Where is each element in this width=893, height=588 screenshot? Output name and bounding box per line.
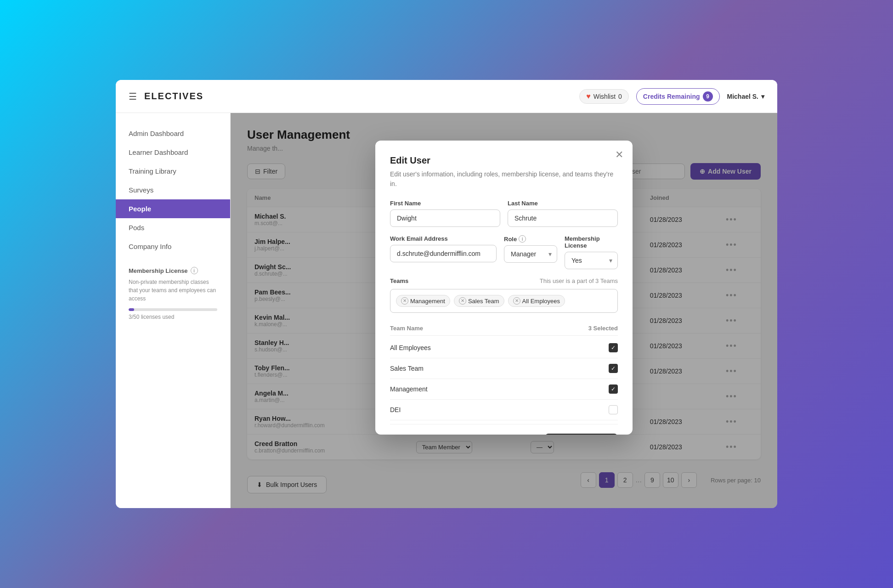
membership-field-container: Membership License Yes No	[565, 235, 618, 269]
last-name-field: Last Name	[508, 200, 618, 227]
team-list-item-sales-team: Sales Team ✓	[390, 358, 618, 379]
heart-icon: ♥	[586, 92, 591, 101]
edit-user-modal: ✕ Edit User Edit user's information, inc…	[375, 141, 633, 435]
credits-count: 9	[703, 91, 713, 102]
team-list-item-dei: DEI	[390, 400, 618, 420]
sidebar-item-company-info[interactable]: Company Info	[116, 237, 230, 256]
user-menu[interactable]: Michael S. ▾	[727, 93, 764, 100]
wishlist-button[interactable]: ♥ Wishlist 0	[579, 89, 629, 104]
sidebar-item-training-library[interactable]: Training Library	[116, 162, 230, 181]
email-input[interactable]	[390, 245, 497, 262]
wishlist-count: 0	[618, 93, 622, 100]
teams-chips-container: ✕ Management ✕ Sales Team ✕ All Employee…	[390, 289, 618, 313]
top-nav: ☰ ELECTIVES ♥ Wishlist 0 Credits Remaini…	[116, 80, 777, 113]
membership-section: Membership License i Non-private members…	[116, 267, 230, 320]
role-field-container: Role i Manager Team Member Admin	[504, 235, 557, 269]
membership-bar-fill	[129, 308, 134, 311]
email-label: Work Email Address	[390, 235, 497, 242]
first-name-label: First Name	[390, 200, 500, 207]
sidebar-item-learner-dashboard[interactable]: Learner Dashboard	[116, 143, 230, 162]
sidebar-item-pods[interactable]: Pods	[116, 218, 230, 237]
role-info-icon[interactable]: i	[519, 235, 526, 243]
user-name: Michael S.	[727, 93, 758, 100]
last-name-label: Last Name	[508, 200, 618, 207]
membership-usage-text: 3/50 licenses used	[129, 314, 217, 320]
role-select-wrapper: Manager Team Member Admin	[504, 245, 557, 263]
save-changes-button[interactable]: Save Changes	[545, 434, 618, 435]
membership-select-wrapper: Yes No	[565, 252, 618, 269]
email-field-container: Work Email Address	[390, 235, 497, 269]
modal-footer: Delete User Save Changes	[390, 424, 618, 435]
sidebar: Admin Dashboard Learner Dashboard Traini…	[116, 113, 231, 508]
membership-description: Non-private membership classes that your…	[129, 278, 217, 303]
checkbox-dei[interactable]	[609, 405, 618, 414]
modal-title: Edit User	[390, 155, 618, 166]
first-name-field: First Name	[390, 200, 500, 227]
app-shell: ☰ ELECTIVES ♥ Wishlist 0 Credits Remaini…	[116, 80, 777, 508]
selected-count: 3 Selected	[588, 325, 618, 332]
membership-select[interactable]: Yes No	[565, 252, 618, 269]
main-content: Admin Dashboard Learner Dashboard Traini…	[116, 113, 777, 508]
role-label: Role i	[504, 235, 557, 243]
nav-right: ♥ Wishlist 0 Credits Remaining 9 Michael…	[579, 88, 764, 105]
checkbox-all-employees[interactable]: ✓	[609, 343, 618, 352]
modal-subtitle: Edit user's information, including roles…	[390, 170, 618, 189]
remove-management-chip[interactable]: ✕	[401, 297, 408, 305]
credits-button[interactable]: Credits Remaining 9	[636, 88, 720, 105]
role-select[interactable]: Manager Team Member Admin	[504, 245, 557, 263]
name-row: First Name Last Name	[390, 200, 618, 227]
checkbox-management[interactable]: ✓	[609, 384, 618, 394]
chevron-down-icon: ▾	[761, 93, 764, 100]
modal-overlay[interactable]: ✕ Edit User Edit user's information, inc…	[231, 113, 777, 508]
team-chip-management: ✕ Management	[396, 295, 450, 307]
team-chip-sales-team: ✕ Sales Team	[454, 295, 504, 307]
remove-sales-team-chip[interactable]: ✕	[459, 297, 466, 305]
teams-label: Teams	[390, 277, 408, 284]
first-name-input[interactable]	[390, 209, 500, 227]
teams-count: This user is a part of 3 Teams	[540, 277, 618, 284]
team-chip-all-employees: ✕ All Employees	[508, 295, 565, 307]
membership-license-field-label: Membership License	[565, 235, 618, 249]
modal-close-button[interactable]: ✕	[615, 150, 623, 160]
wishlist-label: Wishlist	[593, 93, 616, 100]
membership-info-icon[interactable]: i	[191, 267, 198, 274]
sidebar-item-admin-dashboard[interactable]: Admin Dashboard	[116, 124, 230, 143]
app-logo: ELECTIVES	[144, 91, 203, 102]
remove-all-employees-chip[interactable]: ✕	[513, 297, 520, 305]
last-name-input[interactable]	[508, 209, 618, 227]
menu-icon[interactable]: ☰	[129, 91, 137, 102]
membership-license-label: Membership License i	[129, 267, 217, 274]
checkbox-sales-team[interactable]: ✓	[609, 364, 618, 373]
sidebar-item-surveys[interactable]: Surveys	[116, 181, 230, 199]
credits-label: Credits Remaining	[643, 93, 700, 100]
team-list-item-all-employees: All Employees ✓	[390, 338, 618, 358]
teams-header: Teams This user is a part of 3 Teams	[390, 277, 618, 284]
team-name-col-header: Team Name	[390, 325, 423, 332]
email-role-row: Work Email Address Role i Manager	[390, 235, 618, 269]
sidebar-item-people[interactable]: People	[116, 199, 230, 218]
membership-progress-bar	[129, 308, 217, 311]
page-content: User Management Manage th... ⊟ Filter ⊕ …	[231, 113, 777, 508]
team-list-item-management: Management ✓	[390, 379, 618, 400]
team-list-header: Team Name 3 Selected	[390, 321, 618, 336]
